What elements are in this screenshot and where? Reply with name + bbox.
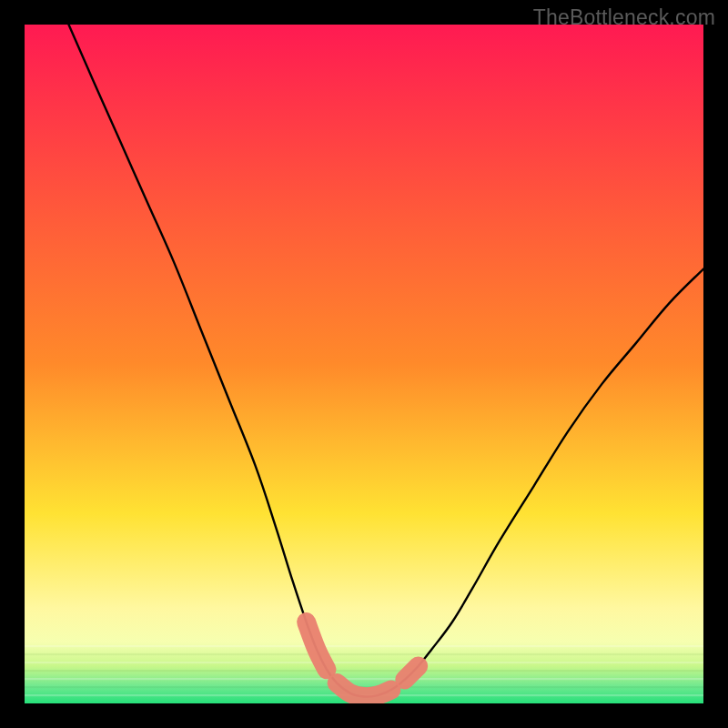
band-stripe [25, 662, 703, 663]
band-stripe [25, 653, 703, 655]
plot-area [25, 25, 703, 703]
band-stripe [25, 645, 703, 647]
gradient-background [25, 25, 703, 703]
band-stripe [25, 670, 703, 672]
highlight-segment [405, 666, 419, 680]
chart-container: TheBottleneck.com [0, 0, 728, 728]
band-stripe [25, 678, 703, 680]
watermark-text: TheBottleneck.com [533, 5, 715, 30]
chart-svg [25, 25, 703, 703]
